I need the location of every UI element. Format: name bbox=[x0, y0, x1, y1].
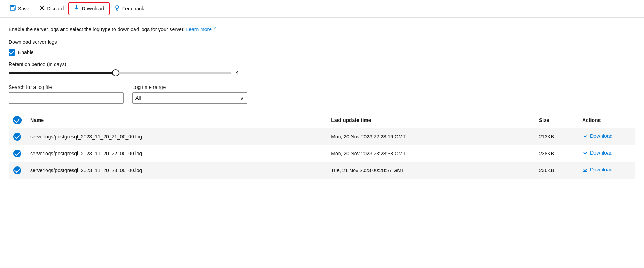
log-table-container: Name Last update time Size Actions serve… bbox=[9, 112, 635, 179]
download-row-icon bbox=[582, 167, 588, 173]
feedback-button[interactable]: Feedback bbox=[110, 3, 148, 14]
header-check-icon[interactable] bbox=[13, 116, 22, 124]
save-button[interactable]: Save bbox=[6, 3, 34, 14]
th-last-update: Last update time bbox=[327, 112, 535, 128]
info-description: Enable the server logs and select the lo… bbox=[9, 25, 635, 33]
th-name: Name bbox=[26, 112, 327, 128]
row-checkbox-cell[interactable] bbox=[9, 145, 26, 162]
row-action[interactable]: Download bbox=[578, 145, 635, 162]
search-label: Search for a log file bbox=[9, 84, 124, 90]
svg-rect-1 bbox=[12, 5, 14, 7]
row-last-update-time: Mon, 20 Nov 2023 22:28:16 GMT bbox=[327, 128, 535, 145]
th-actions: Actions bbox=[578, 112, 635, 128]
table-row: serverlogs/postgresql_2023_11_20_21_00_0… bbox=[9, 128, 635, 145]
log-table: Name Last update time Size Actions serve… bbox=[9, 112, 635, 179]
row-download-label: Download bbox=[590, 150, 612, 156]
row-last-update-time: Tue, 21 Nov 2023 00:28:57 GMT bbox=[327, 162, 535, 179]
row-name: serverlogs/postgresql_2023_11_20_22_00_0… bbox=[26, 145, 327, 162]
retention-section: Retention period (in days) 4 bbox=[9, 61, 635, 76]
row-size: 238KB bbox=[535, 145, 578, 162]
row-download-label: Download bbox=[590, 167, 612, 173]
feedback-label: Feedback bbox=[122, 6, 144, 11]
discard-button[interactable]: Discard bbox=[35, 3, 68, 14]
svg-rect-2 bbox=[11, 8, 15, 10]
save-icon bbox=[10, 5, 16, 12]
download-button[interactable]: Download bbox=[69, 3, 108, 14]
retention-label: Retention period (in days) bbox=[9, 61, 635, 67]
enable-checkbox-row[interactable]: Enable bbox=[9, 49, 635, 56]
enable-checkbox[interactable] bbox=[9, 49, 15, 56]
slider-value: 4 bbox=[236, 70, 243, 76]
search-group: Search for a log file bbox=[9, 84, 124, 104]
table-row: serverlogs/postgresql_2023_11_20_23_00_0… bbox=[9, 162, 635, 179]
th-size: Size bbox=[535, 112, 578, 128]
row-check-icon[interactable] bbox=[13, 166, 21, 174]
download-toolbar-label: Download bbox=[82, 6, 104, 11]
filter-row: Search for a log file Log time range All… bbox=[9, 84, 635, 104]
th-checkbox[interactable] bbox=[9, 112, 26, 128]
row-checkbox-cell[interactable] bbox=[9, 128, 26, 145]
log-time-group: Log time range All Last 1 hour Last 6 ho… bbox=[132, 84, 247, 104]
row-name: serverlogs/postgresql_2023_11_20_21_00_0… bbox=[26, 128, 327, 145]
row-size: 213KB bbox=[535, 128, 578, 145]
section-title: Download server logs bbox=[9, 39, 635, 45]
row-check-icon[interactable] bbox=[13, 150, 21, 157]
row-download-link[interactable]: Download bbox=[582, 150, 612, 156]
row-download-link[interactable]: Download bbox=[582, 167, 612, 173]
table-row: serverlogs/postgresql_2023_11_20_22_00_0… bbox=[9, 145, 635, 162]
table-body: serverlogs/postgresql_2023_11_20_21_00_0… bbox=[9, 128, 635, 179]
row-download-label: Download bbox=[590, 133, 612, 139]
row-checkbox-cell[interactable] bbox=[9, 162, 26, 179]
row-action[interactable]: Download bbox=[578, 128, 635, 145]
slider-thumb[interactable] bbox=[112, 69, 119, 76]
row-last-update-time: Mon, 20 Nov 2023 23:28:38 GMT bbox=[327, 145, 535, 162]
table-header-row: Name Last update time Size Actions bbox=[9, 112, 635, 128]
row-download-link[interactable]: Download bbox=[582, 133, 612, 139]
row-size: 236KB bbox=[535, 162, 578, 179]
save-label: Save bbox=[18, 6, 29, 11]
slider-fill bbox=[9, 72, 116, 74]
download-row-icon bbox=[582, 150, 588, 156]
row-action[interactable]: Download bbox=[578, 162, 635, 179]
log-time-select[interactable]: All Last 1 hour Last 6 hours Last 12 hou… bbox=[132, 92, 247, 104]
main-content: Enable the server logs and select the lo… bbox=[0, 18, 644, 186]
enable-label: Enable bbox=[18, 50, 34, 55]
feedback-icon bbox=[114, 5, 120, 12]
external-link-icon: ↗ bbox=[213, 25, 216, 30]
download-toolbar-icon bbox=[74, 5, 79, 12]
search-input[interactable] bbox=[9, 92, 124, 104]
discard-icon bbox=[40, 5, 45, 12]
row-check-icon[interactable] bbox=[13, 133, 21, 141]
row-name: serverlogs/postgresql_2023_11_20_23_00_0… bbox=[26, 162, 327, 179]
log-time-label: Log time range bbox=[132, 84, 247, 90]
slider-row: 4 bbox=[9, 70, 635, 76]
log-time-select-wrapper: All Last 1 hour Last 6 hours Last 12 hou… bbox=[132, 92, 247, 104]
svg-point-7 bbox=[116, 6, 119, 9]
slider-track[interactable] bbox=[9, 72, 231, 74]
svg-point-8 bbox=[116, 9, 118, 10]
discard-label: Discard bbox=[47, 6, 64, 11]
toolbar: Save Discard Download bbox=[0, 0, 644, 18]
learn-more-link[interactable]: Learn more ↗ bbox=[186, 27, 216, 32]
download-row-icon bbox=[582, 133, 588, 139]
